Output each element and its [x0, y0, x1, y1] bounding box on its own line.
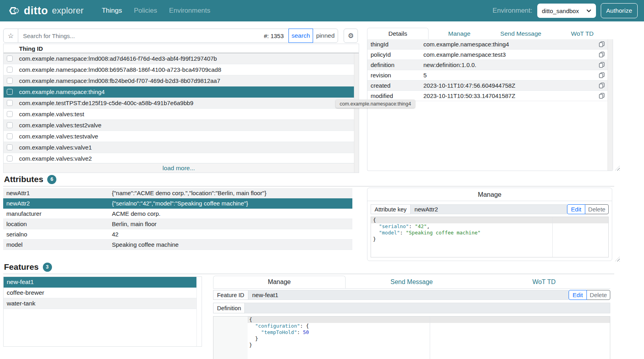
- details-value: new:definition:1.0.0.: [423, 61, 596, 68]
- copy-icon[interactable]: [596, 72, 607, 78]
- attribute-key-field[interactable]: newAttr2: [411, 204, 567, 214]
- details-key: created: [367, 82, 423, 89]
- feature-edit-button[interactable]: Edit: [569, 290, 587, 300]
- features-list: new-feat1coffee-brewerwater-tank: [3, 276, 202, 347]
- details-rows: thingIdcom.example.namespace:thing4 poli…: [367, 39, 607, 101]
- code-line: }: [249, 342, 309, 348]
- details-resize-grip[interactable]: [615, 166, 620, 171]
- thing-id-text: com.example.testTPST:de125f19-c5de-400c-…: [19, 100, 193, 106]
- attribute-row[interactable]: newAttr2{"serialno":"42","model":"Speaki…: [3, 198, 352, 209]
- row-checkbox[interactable]: [7, 89, 13, 95]
- attribute-row[interactable]: locationBerlin, main floor: [3, 219, 352, 229]
- environment-select[interactable]: ditto_sandbox: [537, 4, 596, 18]
- row-checkbox[interactable]: [7, 56, 13, 61]
- attribute-editor-resize-grip[interactable]: [615, 257, 620, 261]
- attribute-key: newAttr1: [3, 190, 112, 196]
- feature-json-editor[interactable]: { "configuration": { "tempToHold": 50 }}: [213, 316, 610, 359]
- features-heading: Features 3: [4, 262, 52, 272]
- thing-id-text: com.example.namespace:lmd008:b6957a88-18…: [19, 66, 221, 73]
- thing-row[interactable]: com.example.namespace:lmd008:ad7d4616-f7…: [4, 53, 354, 64]
- brand-name: ditto: [24, 5, 48, 17]
- pinned-toggle-button[interactable]: pinned: [313, 29, 338, 43]
- thing-id-text: com.example.namespace:lmd008:ad7d4616-f7…: [19, 55, 217, 62]
- nav-link-policies[interactable]: Policies: [134, 7, 158, 15]
- details-scrollbar[interactable]: [607, 39, 613, 171]
- row-checkbox[interactable]: [7, 144, 13, 150]
- thing-row[interactable]: com.example.testTPST:de125f19-c5de-400c-…: [4, 98, 354, 109]
- thing-row[interactable]: com.example.valves:valve1: [4, 142, 354, 153]
- nav-link-things[interactable]: Things: [102, 7, 122, 15]
- attribute-value: 42: [112, 231, 352, 238]
- attribute-row[interactable]: modelSpeaking coffee machine: [3, 240, 352, 250]
- details-tab-details[interactable]: Details: [367, 28, 429, 39]
- thing-row[interactable]: com.example.namespace:thing4: [4, 86, 354, 98]
- attribute-key-row: Attribute key newAttr2 Edit Delete: [371, 204, 609, 214]
- feature-id-field[interactable]: new-feat1: [248, 290, 569, 300]
- thing-row[interactable]: com.example.valves:testvalve: [4, 131, 354, 142]
- row-checkbox[interactable]: [7, 67, 13, 73]
- attribute-edit-button[interactable]: Edit: [567, 204, 585, 214]
- search-input[interactable]: [18, 33, 259, 39]
- code-line: "configuration": {: [249, 323, 309, 329]
- attribute-row[interactable]: newAttr1{"name":"ACME demo corp.","locat…: [3, 188, 352, 198]
- thing-row[interactable]: com.example.namespace:lmd008:fb24be0d-f7…: [4, 75, 354, 86]
- editor-print-margin: [552, 217, 553, 257]
- attribute-key: manufacturer: [3, 210, 112, 217]
- feature-tab-send-message[interactable]: Send Message: [346, 276, 478, 288]
- details-row: definitionnew:definition:1.0.0.: [367, 60, 607, 70]
- row-checkbox[interactable]: [7, 133, 13, 139]
- feature-item[interactable]: coffee-brewer: [4, 288, 196, 298]
- authorize-button[interactable]: Authorize: [601, 3, 638, 18]
- attributes-table: newAttr1{"name":"ACME demo corp.","locat…: [3, 188, 352, 250]
- details-tab-wot-td[interactable]: WoT TD: [552, 28, 613, 39]
- code-line: "serialno": "42",: [373, 223, 481, 230]
- row-checkbox[interactable]: [7, 156, 13, 161]
- copy-icon[interactable]: [596, 41, 607, 47]
- row-checkbox[interactable]: [7, 100, 13, 106]
- features-scrollbar[interactable]: [196, 277, 202, 346]
- things-table: Thing ID com.example.namespace:lmd008:ad…: [3, 44, 359, 173]
- feature-item[interactable]: water-tank: [4, 298, 196, 309]
- search-settings-button[interactable]: ⚙: [344, 29, 358, 43]
- details-value: 5: [423, 72, 596, 79]
- row-checkbox[interactable]: [7, 122, 13, 128]
- feature-item[interactable]: new-feat1: [4, 277, 196, 288]
- feature-tab-manage[interactable]: Manage: [213, 276, 346, 288]
- feature-tabbar: ManageSend MessageWoT TD: [213, 276, 610, 289]
- details-tab-send-message[interactable]: Send Message: [490, 28, 552, 39]
- copy-icon[interactable]: [596, 52, 607, 58]
- feature-definition-label: Definition: [213, 303, 245, 313]
- copy-icon[interactable]: [596, 62, 607, 68]
- thing-row[interactable]: com.example.valves:test2valve: [4, 120, 354, 131]
- details-key: definition: [367, 61, 423, 68]
- thing-row[interactable]: com.example.namespace:lmd008:b6957a88-18…: [4, 64, 354, 75]
- attributes-title: Attributes: [4, 175, 43, 184]
- search-toggle-button[interactable]: search: [288, 29, 313, 43]
- copy-icon[interactable]: [596, 93, 607, 99]
- details-tab-manage[interactable]: Manage: [429, 28, 490, 39]
- attribute-value: ACME demo corp.: [112, 210, 352, 217]
- row-checkbox[interactable]: [7, 111, 13, 117]
- feature-tab-wot-td[interactable]: WoT TD: [478, 276, 610, 288]
- thing-id-tooltip: com.example.namespace:thing4: [336, 100, 415, 108]
- attribute-row[interactable]: serialno42: [3, 229, 352, 240]
- details-tabbar: DetailsManageSend MessageWoT TD: [367, 28, 613, 40]
- thing-row[interactable]: com.example.valves:valve2: [4, 153, 354, 164]
- thing-row[interactable]: com.example.valves:test: [4, 109, 354, 120]
- nav-link-environments[interactable]: Environments: [169, 7, 210, 15]
- row-checkbox[interactable]: [7, 78, 13, 84]
- load-more-link[interactable]: load more...: [4, 163, 354, 173]
- copy-icon[interactable]: [596, 83, 607, 88]
- details-key: policyId: [367, 51, 423, 58]
- favorite-search-button[interactable]: ☆: [3, 29, 18, 43]
- features-rows: new-feat1coffee-brewerwater-tank: [4, 277, 196, 309]
- feature-id-label: Feature ID: [213, 290, 248, 300]
- details-value: 2023-10-11T10:50:33.147041587Z: [423, 92, 596, 99]
- attribute-json-editor[interactable]: { "serialno": "42", "model": "Speaking c…: [371, 217, 609, 257]
- attribute-delete-button[interactable]: Delete: [585, 204, 609, 214]
- attribute-row[interactable]: manufacturerACME demo corp.: [3, 209, 352, 219]
- feature-definition-field[interactable]: [245, 303, 610, 313]
- divider: [3, 186, 614, 186]
- things-scrollbar[interactable]: [354, 53, 359, 173]
- feature-delete-button[interactable]: Delete: [586, 290, 610, 300]
